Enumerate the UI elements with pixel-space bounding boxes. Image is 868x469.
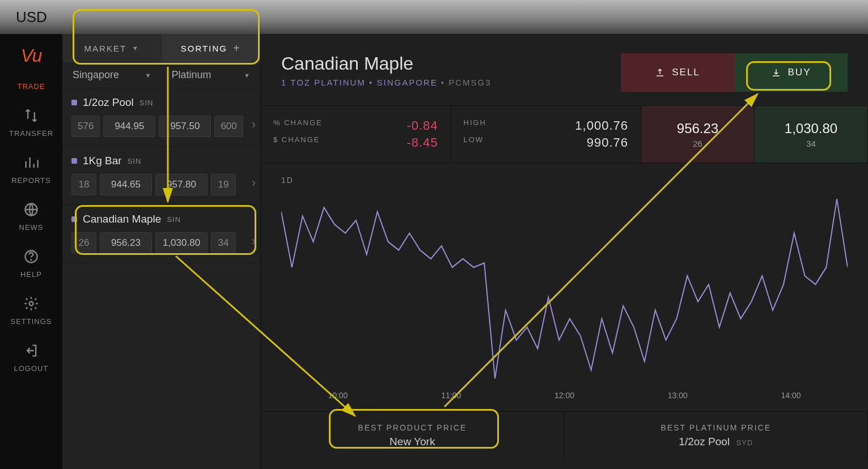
sub-weight: 1 TOZ PLATINUM xyxy=(281,78,366,87)
globe-icon xyxy=(22,201,40,219)
product-row[interactable]: 1/2oz Pool SIN 576 944.95 957.50 600 › xyxy=(62,88,260,147)
sell-label: SELL xyxy=(672,67,700,78)
nav-label: TRANSFER xyxy=(9,129,53,138)
gear-icon xyxy=(22,295,40,313)
high-value: 1,000.76 xyxy=(575,118,628,133)
buy-label: BUY xyxy=(788,67,811,78)
sell-price: 944.95 xyxy=(103,116,155,137)
sell-qty: 18 xyxy=(71,174,96,195)
chevron-right-icon: › xyxy=(252,117,256,132)
filter-label: Singapore xyxy=(73,69,119,81)
logout-icon xyxy=(22,342,40,360)
buy-button[interactable]: BUY xyxy=(734,53,848,92)
tab-sorting[interactable]: SORTING + xyxy=(162,34,261,62)
buy-qty: 34 xyxy=(806,139,816,148)
chevron-right-icon: › xyxy=(252,234,256,249)
caret-icon: ▼ xyxy=(145,72,151,79)
currency-label: USD xyxy=(16,8,47,26)
buy-qty: 19 xyxy=(211,174,236,195)
buy-price: 1,030.80 xyxy=(155,232,208,254)
best-product-loc: New York xyxy=(272,436,553,448)
best-metal-loc: SYD xyxy=(736,438,753,447)
caret-icon: ▼ xyxy=(132,45,139,52)
nav-help[interactable]: HELP xyxy=(20,248,42,279)
filter-label: Platinum xyxy=(172,69,211,81)
buy-price: 1,030.80 xyxy=(785,121,837,137)
sub-location: SINGAPORE xyxy=(376,78,437,87)
svg-point-3 xyxy=(29,302,33,306)
nav-label: REPORTS xyxy=(11,176,51,185)
product-row-selected[interactable]: Canadian Maple SIN 26 956.23 1,030.80 34… xyxy=(62,205,260,263)
caret-icon: ▼ xyxy=(244,72,250,79)
plus-icon: + xyxy=(233,42,241,55)
nav-label: HELP xyxy=(20,270,42,279)
detail-panel: Canadian Maple 1 TOZ PLATINUM • SINGAPOR… xyxy=(261,34,868,469)
product-loc: SIN xyxy=(167,215,181,224)
product-loc: SIN xyxy=(139,99,154,107)
nav-label: SETTINGS xyxy=(10,317,52,326)
nav-label: NEWS xyxy=(19,223,44,232)
timeframe-label[interactable]: 1D xyxy=(281,176,848,185)
sell-button[interactable]: SELL xyxy=(621,53,734,92)
buy-price: 957.50 xyxy=(159,116,211,137)
nav-settings[interactable]: SETTINGS xyxy=(10,295,52,326)
transfer-icon xyxy=(22,106,40,125)
buy-qty: 600 xyxy=(214,116,243,137)
pct-change: -0.84 xyxy=(407,118,438,133)
tab-label: MARKET xyxy=(84,44,127,53)
footer-row: BEST PRODUCT PRICE New York BEST PLATINU… xyxy=(261,411,868,459)
nav-reports[interactable]: REPORTS xyxy=(11,154,51,185)
sell-price-cell[interactable]: 956.23 26 xyxy=(641,106,755,163)
download-icon xyxy=(771,67,781,78)
best-product-label: BEST PRODUCT PRICE xyxy=(272,423,553,432)
best-metal-name: 1/2oz Pool xyxy=(679,436,730,447)
product-name: Canadian Maple xyxy=(83,213,161,225)
nav-trade[interactable]: TRADE xyxy=(17,82,45,91)
filters: Singapore ▼ Platinum ▼ xyxy=(62,62,260,88)
low-label: LOW xyxy=(464,135,484,150)
x-axis: 10:0011:0012:0013:0014:00 xyxy=(281,391,848,400)
sell-qty: 26 xyxy=(71,232,96,254)
dol-change: -8.45 xyxy=(407,135,438,150)
help-icon xyxy=(22,248,40,266)
chart-area: 1D 10:0011:0012:0013:0014:00 xyxy=(261,163,868,406)
stats-row: % CHANGE-0.84 $ CHANGE-8.45 HIGH1,000.76… xyxy=(261,105,868,163)
sell-price: 944.65 xyxy=(100,174,152,195)
best-metal-price[interactable]: BEST PLATINUM PRICE 1/2oz Pool SYD xyxy=(565,412,869,459)
product-list: 1/2oz Pool SIN 576 944.95 957.50 600 › 1… xyxy=(62,88,260,263)
sell-qty: 26 xyxy=(693,139,702,148)
nav-news[interactable]: NEWS xyxy=(19,201,44,232)
product-panel: MARKET ▼ SORTING + Singapore ▼ Platinum … xyxy=(62,34,261,469)
sell-qty: 576 xyxy=(71,116,100,137)
app-body: Vu TRADE TRANSFER REPORTS NEWS HE xyxy=(0,34,868,469)
best-product-price[interactable]: BEST PRODUCT PRICE New York xyxy=(261,412,565,459)
buy-price-cell[interactable]: 1,030.80 34 xyxy=(755,106,868,163)
metal-dot xyxy=(71,158,77,164)
topbar: USD xyxy=(0,0,868,34)
tab-market[interactable]: MARKET ▼ xyxy=(62,34,162,62)
chevron-right-icon: › xyxy=(252,176,256,190)
metal-dot xyxy=(71,100,77,105)
best-metal-value: 1/2oz Pool SYD xyxy=(576,436,857,448)
product-loc: SIN xyxy=(128,157,142,165)
sell-price: 956.23 xyxy=(100,232,152,254)
buy-price: 957.80 xyxy=(155,174,208,195)
nav-transfer[interactable]: TRANSFER xyxy=(9,106,53,138)
product-row[interactable]: 1Kg Bar SIN 18 944.65 957.80 19 › xyxy=(62,147,260,205)
high-label: HIGH xyxy=(464,118,487,133)
detail-subtitle: 1 TOZ PLATINUM • SINGAPORE • PCMSG3 xyxy=(281,78,621,87)
sub-code: PCMSG3 xyxy=(448,78,491,87)
upload-icon xyxy=(655,67,665,78)
filter-metal[interactable]: Platinum ▼ xyxy=(162,62,261,88)
nav-logout[interactable]: LOGOUT xyxy=(14,342,49,373)
detail-title: Canadian Maple xyxy=(281,53,621,74)
buy-qty: 34 xyxy=(211,232,236,254)
panel-tabs: MARKET ▼ SORTING + xyxy=(62,34,260,62)
tab-label: SORTING xyxy=(181,44,227,53)
low-value: 990.76 xyxy=(587,135,628,150)
filter-location[interactable]: Singapore ▼ xyxy=(62,62,162,88)
metal-dot xyxy=(71,216,77,222)
best-metal-label: BEST PLATINUM PRICE xyxy=(576,423,857,432)
product-name: 1Kg Bar xyxy=(83,155,122,167)
product-name: 1/2oz Pool xyxy=(83,96,134,109)
